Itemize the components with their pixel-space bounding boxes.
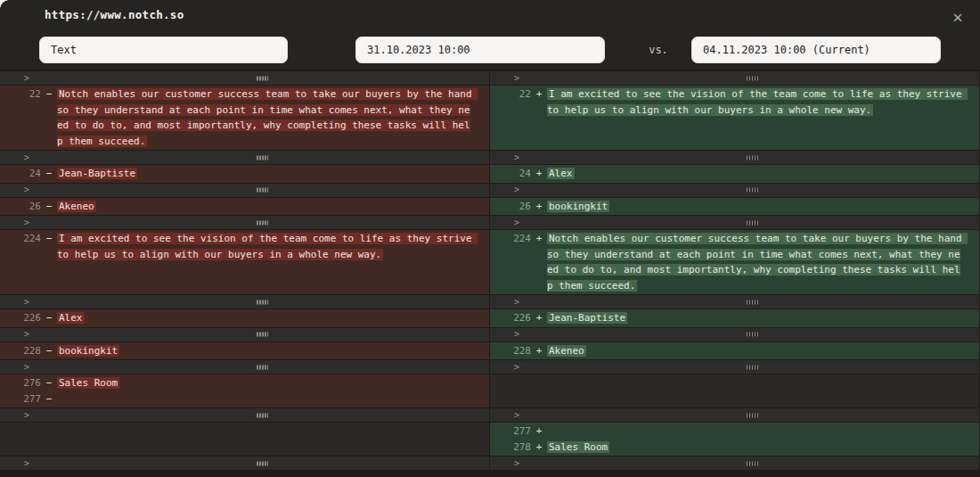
diff-text-highlight: Jean-Baptiste [547,312,627,324]
expander-left[interactable]: > [0,184,489,197]
close-icon[interactable]: × [948,7,968,27]
line-number: 278 [490,440,531,456]
diff-text-highlight: I am excited to see the vision of the te… [57,233,478,260]
date-from-input[interactable] [355,37,605,63]
collapsed-lines-icon [257,413,268,417]
expander-left[interactable]: > [0,151,489,164]
expander-right[interactable]: > [490,184,979,197]
expander-left[interactable]: > [0,71,489,85]
diff-line: 26−Akeneo [0,199,489,215]
diff-line: 278+Sales Room [490,440,979,456]
addition-marker: + [531,424,547,440]
line-number: 228 [0,343,41,359]
expander-left[interactable]: > [0,456,489,470]
diff-left-del-block: 276−Sales Room277− [0,374,489,407]
deletion-marker: − [41,166,57,182]
diff-expander-row: >> [0,151,980,164]
diff-left-empty-block [0,423,489,456]
line-number: 24 [490,166,531,182]
diff-text-highlight: Sales Room [547,441,609,453]
expand-chevron-icon: > [24,153,29,162]
diff-block-row: 24−Jean-Baptiste24+Alex [0,165,980,183]
diff-right-add-block: 226+Jean-Baptiste [490,309,979,327]
diff-line-text: Notch enables our customer success team … [547,231,966,293]
expand-chevron-icon: > [514,153,519,162]
diff-block-row: 228−bookingkit228+Akeneo [0,342,980,360]
diff-left-del-block: 24−Jean-Baptiste [0,165,489,183]
diff-line: 228+Akeneo [490,343,979,359]
diff-expander-row: >> [0,456,980,470]
expander-right[interactable]: > [490,71,979,85]
expand-chevron-icon: > [514,363,519,372]
addition-marker: + [531,343,547,359]
date-to-input[interactable] [691,37,941,63]
page-url: https://www.notch.so [45,8,184,21]
addition-marker: + [531,231,547,293]
collapsed-lines-icon [747,300,758,304]
line-number: 22 [490,86,531,118]
collapsed-lines-icon [257,300,268,304]
line-number: 26 [490,199,531,215]
diff-line: 228−bookingkit [0,343,489,359]
diff-block-row: 224−I am excited to see the vision of th… [0,230,980,294]
expander-right[interactable]: > [490,328,979,341]
diff-block-row: 277+278+Sales Room [0,423,980,456]
expander-right[interactable]: > [490,456,979,470]
diff-line-text: Notch enables our customer success team … [57,86,476,149]
addition-marker: + [531,310,547,326]
page-background-corner [0,0,9,9]
diff-line-text: I am excited to see the vision of the te… [547,86,966,118]
expander-left[interactable]: > [0,295,489,308]
expand-chevron-icon: > [24,298,29,307]
header-bar: https://www.notch.so × vs. [0,0,980,70]
expand-chevron-icon: > [24,330,29,339]
diff-block-row: 226−Alex226+Jean-Baptiste [0,309,980,327]
expander-right[interactable]: > [490,216,979,229]
expander-left[interactable]: > [0,408,489,422]
diff-line: 226−Alex [0,310,489,326]
expander-right[interactable]: > [490,408,979,422]
line-number: 224 [490,231,531,293]
diff-left-del-block: 26−Akeneo [0,198,489,216]
diff-text-highlight: Jean-Baptiste [57,168,137,179]
diff-line: 22−Notch enables our customer success te… [0,86,489,149]
collapsed-lines-icon [257,155,268,160]
expander-right[interactable]: > [490,151,979,164]
expander-left[interactable]: > [0,360,489,374]
addition-marker: + [531,440,547,456]
collapsed-lines-icon [257,365,268,369]
deletion-marker: − [41,375,57,391]
diff-left-del-block: 228−bookingkit [0,342,489,360]
text-filter-input[interactable] [39,37,288,63]
diff-line-text: Alex [547,166,966,182]
line-number: 24 [0,166,41,182]
diff-line-text: Akeneo [57,199,476,215]
collapsed-lines-icon [257,461,268,465]
diff-line-text: Sales Room [547,440,966,456]
expander-left[interactable]: > [0,216,489,229]
expander-left[interactable]: > [0,328,489,341]
collapsed-lines-icon [257,220,268,225]
diff-text-highlight: Alex [57,312,85,324]
expand-chevron-icon: > [514,218,519,227]
deletion-marker: − [41,86,57,149]
expander-right[interactable]: > [490,295,979,308]
diff-line: 24+Alex [490,166,979,182]
line-number: 226 [0,310,41,326]
line-number: 277 [490,424,531,440]
expand-chevron-icon: > [514,330,519,339]
collapsed-lines-icon [257,333,268,337]
diff-text-highlight: Akeneo [57,201,96,212]
diff-line: 276−Sales Room [0,375,489,391]
diff-line-text: Alex [57,310,476,326]
expander-right[interactable]: > [490,360,979,374]
addition-marker: + [531,199,547,215]
diff-expander-row: >> [0,328,980,341]
diff-line-text: bookingkit [547,199,966,215]
line-number: 277 [0,391,41,407]
line-number: 226 [490,310,531,326]
diff-expander-row: >> [0,71,980,85]
expand-chevron-icon: > [24,185,29,194]
line-number: 228 [490,343,531,359]
expand-chevron-icon: > [514,298,519,307]
